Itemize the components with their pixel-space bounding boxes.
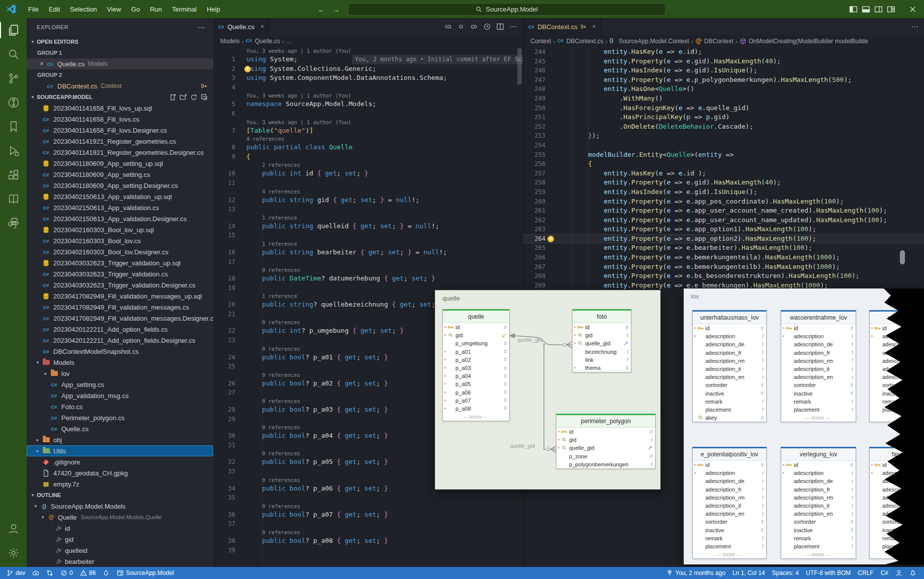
tab-quelle-cs[interactable]: C# Quelle.cs × [213, 18, 269, 35]
lightbulb-icon[interactable] [547, 236, 554, 242]
panel-bottom-icon[interactable] [862, 5, 870, 14]
code-line[interactable]: 252 .OnDelete(DeleteBehavior.Cascade); [523, 122, 924, 132]
tree-item[interactable]: C#20230402150613_App_validation.cs [27, 202, 213, 213]
diagram-table-foto[interactable]: foto×id#×gidt×quelle_gid↗bezeichnungtlin… [572, 311, 631, 372]
tree-item[interactable]: C#Perimeter_polygon.cs [27, 412, 213, 423]
code-line[interactable]: 13 [213, 205, 523, 214]
status-sync-branches[interactable] [43, 567, 57, 579]
activity-run-debug[interactable] [0, 139, 27, 163]
code-line[interactable]: 8public partial class Quelle [213, 143, 523, 152]
new-file-icon[interactable] [169, 93, 176, 101]
activity-search[interactable] [0, 42, 27, 66]
panel-left-icon[interactable] [849, 5, 858, 14]
status-c[interactable]: C# [877, 567, 892, 579]
status-feedback[interactable] [892, 567, 906, 579]
code-line[interactable]: 255 modelBuilder.Entity<Quelle>(entity =… [523, 150, 924, 160]
tree-item[interactable]: ▾Models [27, 357, 213, 368]
code-line[interactable]: 7[Table("quelle")] [213, 126, 523, 136]
diagram-table-perimeter_polygon[interactable]: perimeter_polygon×id#×gidt×quelle_gid↗p_… [556, 415, 656, 469]
code-line[interactable]: 253 }); [523, 131, 924, 141]
tree-item[interactable]: ▸lov [27, 368, 213, 379]
tree-item[interactable]: C#20230417082949_Fill_validation_message… [27, 302, 213, 313]
menu-run[interactable]: Run [145, 6, 167, 13]
codelens[interactable]: 4 references [213, 135, 523, 143]
status-utf-8-with-bom[interactable]: UTF-8 with BOM [802, 567, 854, 579]
prev-change-icon[interactable] [444, 23, 452, 31]
codelens[interactable]: 0 references [213, 266, 523, 274]
tree-item[interactable]: C#20230401141658_Fill_lovs.cs [27, 114, 213, 125]
menu-view[interactable]: View [102, 6, 126, 13]
code-line[interactable]: 11 [213, 178, 523, 188]
status-ln-1-col-14[interactable]: Ln 1, Col 14 [729, 567, 769, 579]
tree-item[interactable]: 20230402150613_App_validation_up.sql [27, 191, 213, 202]
code-line[interactable]: 250 .HasForeignKey(e => e.quelle_gid) [523, 104, 924, 113]
tree-item[interactable]: C#DBContextModelSnapshot.cs [27, 346, 213, 357]
open-editor-item[interactable]: C#DBContext.csContext9+ [27, 80, 213, 91]
tree-item[interactable]: ▸obj [27, 434, 213, 445]
nav-forward-icon[interactable]: → [332, 5, 340, 14]
table-more-row[interactable]: -- more -- [443, 413, 509, 421]
diagram-table-quelle[interactable]: quelle×id#×gid↙p_umgebung#×p_a01#×p_a02#… [442, 311, 510, 421]
code-line[interactable]: 36 public bool? p_a07 { get; set; } [213, 510, 523, 520]
tree-item[interactable]: 20230417082949_Fill_validation_messages_… [27, 291, 213, 302]
outline-item[interactable]: ▾{}SourceApp.Model.Models [27, 501, 213, 512]
breadcrumb-item[interactable]: Quelle.cs [255, 38, 280, 45]
code-line[interactable]: 251 .HasPrincipalKey(p => p.gid) [523, 113, 924, 122]
table-more-row[interactable]: -- more -- [781, 550, 856, 558]
code-line[interactable]: 14 public string quelleid { get; set; } … [213, 222, 523, 231]
code-line[interactable]: 249 .WithMany() [523, 94, 924, 104]
status-bell[interactable] [906, 567, 920, 579]
code-line[interactable]: 263 entity.Property(e => e.app_option1).… [523, 225, 924, 234]
code-line[interactable]: 39 [213, 546, 523, 555]
codelens[interactable]: 2 references [213, 161, 523, 169]
codelens[interactable]: 1 reference [213, 214, 523, 222]
code-line[interactable]: 1using System;You, 2 months ago • Initia… [213, 55, 523, 64]
outline-item[interactable]: gid [27, 534, 213, 545]
menu-selection[interactable]: Selection [65, 6, 102, 13]
status-cloud-upload[interactable] [29, 567, 43, 579]
activity-python[interactable] [0, 211, 27, 235]
table-more-row[interactable]: -- more -- [870, 550, 924, 558]
tree-item[interactable]: C#App_validation_msg.cs [27, 390, 213, 401]
layout-icon[interactable] [887, 5, 895, 14]
code-line[interactable]: 244 entity.HasKey(e => e.id); [523, 47, 924, 57]
status-86[interactable]: 86 [76, 567, 99, 579]
code-line[interactable]: 254 [523, 141, 924, 150]
code-line[interactable]: 256 { [523, 159, 924, 169]
tree-item[interactable]: C#20230403032623_Trigger_validation.cs [27, 268, 213, 279]
code-line[interactable]: 5namespace SourceApp.Model.Models; [213, 100, 523, 109]
code-line[interactable]: 268 entity.Property(e => e.bs_besonderes… [523, 271, 924, 281]
tree-item[interactable]: C#20230420122211_Add_option_fields.cs [27, 324, 213, 335]
change-icon[interactable] [457, 23, 465, 31]
codelens[interactable]: 1 reference [213, 240, 523, 248]
menu-file[interactable]: File [23, 6, 44, 13]
code-line[interactable]: 16 public string bearbeiter { get; set; … [213, 248, 523, 257]
tree-item[interactable]: 47420_geodata_CH.gpkg [27, 467, 213, 478]
close-tab-icon[interactable]: × [592, 23, 596, 30]
code-line[interactable]: 38 public bool? p_a08 { get; set; } [213, 536, 523, 546]
code-line[interactable]: 6 [213, 109, 523, 119]
section-outline[interactable]: ▾OUTLINE [27, 490, 213, 501]
code-line[interactable]: 2using System.Collections.Generic; [213, 64, 523, 74]
activity-source-control[interactable] [0, 66, 27, 90]
menu-terminal[interactable]: Terminal [167, 6, 202, 13]
activity-docs[interactable] [0, 187, 27, 211]
code-line[interactable]: 259 entity.HasIndex(e => e.gid).IsUnique… [523, 187, 924, 197]
more-actions-icon[interactable]: ⋯ [198, 23, 205, 31]
panel-right-icon[interactable] [874, 5, 883, 14]
tree-item[interactable]: C#20230417082949_Fill_validation_message… [27, 313, 213, 324]
section-open-editors[interactable]: ▾OPEN EDITORS [27, 36, 213, 47]
code-line[interactable]: 18 public DateTime? datumerhebung { get;… [213, 274, 523, 283]
codelens[interactable]: You, 3 weeks ago | 1 author (You) [213, 92, 523, 100]
more-actions-icon[interactable]: ⋯ [509, 22, 517, 31]
activity-settings[interactable] [0, 541, 27, 565]
scrollbar-thumb[interactable] [517, 48, 522, 84]
breadcrumb-item[interactable]: DBContext.cs [567, 38, 603, 45]
menu-help[interactable]: Help [202, 6, 225, 13]
menu-edit[interactable]: Edit [44, 6, 65, 13]
code-line[interactable]: 12 public string gid { get; set; } = nul… [213, 196, 523, 205]
tree-item[interactable]: 20230401180609_App_setting_up.sql [27, 158, 213, 169]
tree-item[interactable]: C#20230401141658_Fill_lovs.Designer.cs [27, 125, 213, 136]
nav-back-icon[interactable]: ← [318, 5, 325, 14]
code-line[interactable]: 10 public int id { get; set; } [213, 169, 523, 178]
